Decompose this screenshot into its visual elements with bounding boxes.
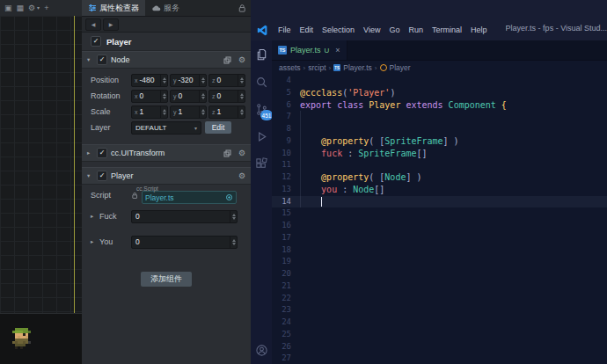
gear-icon[interactable]: ⚙ [238, 55, 245, 64]
gear-icon[interactable]: ⚙ [238, 149, 245, 157]
you-size-field[interactable]: 0 [131, 236, 238, 249]
stepper[interactable] [199, 91, 206, 102]
code-line-19[interactable]: 19 [272, 256, 607, 268]
stepper[interactable] [238, 91, 245, 102]
stepper[interactable] [238, 106, 245, 118]
code-line-15[interactable]: 15 [272, 207, 607, 220]
run-debug-icon[interactable] [254, 129, 268, 143]
chevron-right-icon[interactable]: ▸ [91, 238, 97, 245]
grid-icon[interactable]: ▦ [17, 4, 25, 12]
code-line-5[interactable]: 5@ccclass('Player') [272, 87, 607, 99]
code-line-26[interactable]: 26 [272, 341, 607, 353]
tab-inspector[interactable]: 属性检查器 [82, 0, 145, 16]
scale-z-field[interactable]: z1 [208, 106, 245, 119]
position-x-field[interactable]: x-480 [131, 74, 168, 87]
script-asset-field[interactable]: Player.ts [142, 191, 237, 204]
node-section-header[interactable]: ▾ ✓ Node ⚙ [82, 51, 251, 69]
stepper[interactable] [160, 75, 167, 86]
code-line-18[interactable]: 18 [272, 244, 607, 257]
copy-icon[interactable] [223, 149, 231, 157]
position-z-field[interactable]: z0 [208, 74, 245, 87]
rotation-x-field[interactable]: x0 [131, 90, 168, 103]
chevron-down-icon[interactable]: ▾ [37, 5, 40, 11]
forward-button[interactable]: ▶ [103, 18, 119, 31]
menu-run[interactable]: Run [404, 25, 428, 34]
code-line-16[interactable]: 16 [272, 220, 607, 232]
gear-icon[interactable]: ⚙ [28, 4, 35, 12]
rotation-y-field[interactable]: y0 [170, 90, 207, 103]
code-line-21[interactable]: 21 [272, 280, 607, 293]
uitransform-checkbox[interactable]: ✓ [97, 148, 107, 158]
editor[interactable]: 45@ccclass('Player')6export class Player… [272, 75, 607, 364]
stepper[interactable] [199, 75, 206, 86]
position-y-field[interactable]: y-320 [170, 74, 207, 87]
breadcrumb-item[interactable]: Player.ts [343, 63, 372, 72]
chevron-down-icon[interactable]: ▾ [87, 56, 93, 63]
tab-player-ts[interactable]: TS Player.ts U × [272, 40, 347, 60]
menu-file[interactable]: File [274, 25, 296, 34]
code-line-11[interactable]: 11 [272, 159, 607, 171]
code-line-9[interactable]: 9 @property( [SpriteFrame] ) [272, 135, 607, 148]
back-button[interactable]: ◀ [85, 18, 101, 31]
code-line-22[interactable]: 22 [272, 293, 607, 305]
code-line-7[interactable]: 7 [272, 111, 607, 123]
stepper[interactable] [230, 237, 237, 248]
fuck-size-field[interactable]: 0 [131, 210, 238, 223]
lock-icon[interactable] [238, 4, 246, 13]
scale-x-field[interactable]: x1 [131, 106, 168, 119]
uitransform-section-header[interactable]: ▸ ✓ cc.UITransform ⚙ [82, 144, 251, 162]
plus-icon[interactable]: + [44, 4, 48, 12]
chevron-down-icon[interactable]: ▾ [87, 172, 93, 179]
stepper[interactable] [160, 91, 167, 102]
code-line-24[interactable]: 24 [272, 317, 607, 329]
search-icon[interactable] [254, 75, 268, 89]
code-line-27[interactable]: 27 [272, 353, 607, 364]
scale-y-field[interactable]: y1 [170, 106, 207, 119]
target-picker-icon[interactable] [225, 193, 233, 201]
close-icon[interactable]: × [335, 46, 340, 55]
code-line-13[interactable]: 13 you : Node[] [272, 184, 607, 196]
menu-selection[interactable]: Selection [318, 25, 359, 34]
tab-services[interactable]: 服务 [145, 0, 186, 16]
extensions-icon[interactable] [254, 157, 268, 171]
player-component-checkbox[interactable]: ✓ [97, 171, 107, 181]
stepper[interactable] [230, 211, 237, 222]
code-line-20[interactable]: 20 [272, 268, 607, 280]
menu-help[interactable]: Help [466, 25, 492, 34]
layer-select[interactable]: DEFAULT ▾ [131, 121, 201, 135]
node-checkbox[interactable]: ✓ [97, 55, 107, 65]
player-section-header[interactable]: ▾ ✓ Player ⚙ [82, 167, 251, 185]
breadcrumb-item[interactable]: Player [390, 63, 411, 72]
copy-icon[interactable] [223, 56, 231, 64]
breadcrumb-item[interactable]: assets [279, 63, 301, 72]
code-line-17[interactable]: 17 [272, 232, 607, 244]
stepper[interactable] [199, 106, 206, 118]
menu-terminal[interactable]: Terminal [428, 25, 466, 34]
player-sprite[interactable] [12, 328, 15, 331]
stepper[interactable] [160, 106, 167, 118]
gear-icon[interactable]: ⚙ [238, 171, 245, 180]
account-icon[interactable] [254, 343, 268, 357]
code-line-6[interactable]: 6export class Player extends Component { [272, 99, 607, 112]
code-line-8[interactable]: 8 [272, 123, 607, 135]
menu-view[interactable]: View [359, 25, 384, 34]
code-line-25[interactable]: 25 [272, 329, 607, 341]
explorer-icon[interactable] [254, 47, 268, 62]
menu-edit[interactable]: Edit [296, 25, 318, 34]
layer-edit-button[interactable]: Edit [205, 121, 231, 134]
source-control-icon[interactable]: 451 [254, 102, 268, 116]
code-line-4[interactable]: 4 [272, 75, 607, 87]
chevron-right-icon[interactable]: ▸ [91, 213, 97, 220]
box-icon[interactable]: ▣ [4, 4, 12, 12]
code-line-10[interactable]: 10 fuck : SpriteFrame[] [272, 148, 607, 160]
menu-go[interactable]: Go [384, 25, 404, 34]
scene-viewport[interactable] [0, 16, 82, 314]
code-line-23[interactable]: 23 [272, 304, 607, 317]
titlebar[interactable]: FileEditSelectionViewGoRunTerminalHelp P… [251, 0, 607, 41]
add-component-button[interactable]: 添加组件 [141, 272, 192, 287]
node-active-checkbox[interactable]: ✓ [91, 36, 101, 47]
code-line-12[interactable]: 12 @property( [Node] ) [272, 171, 607, 184]
breadcrumb-item[interactable]: srcipt [308, 63, 325, 72]
code-line-14[interactable]: 14 [272, 196, 607, 208]
chevron-right-icon[interactable]: ▸ [87, 149, 93, 157]
